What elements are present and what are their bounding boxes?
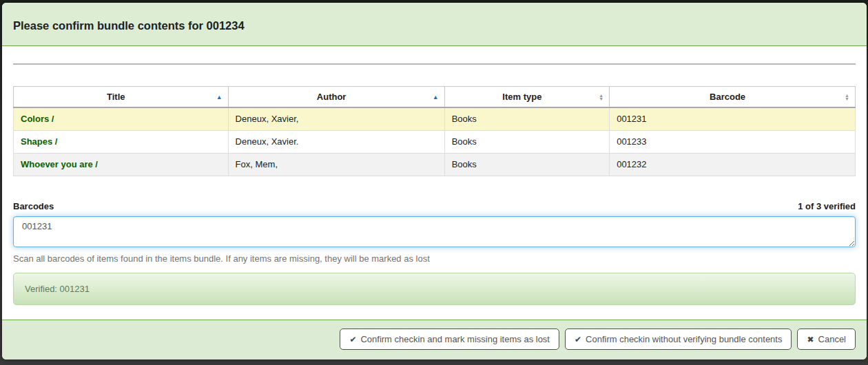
bundle-items-table: Title ▲ Author ▲ Item type ▲▼ Barc — [13, 86, 856, 176]
column-header-item-type[interactable]: Item type ▲▼ — [444, 87, 610, 108]
modal-header: Please confirm bundle contents for 00123… — [2, 3, 867, 46]
barcodes-input[interactable]: 001231 — [13, 216, 856, 247]
table-row: Shapes / Deneux, Xavier. Books 001233 — [14, 130, 856, 153]
cancel-button[interactable]: ✖ Cancel — [797, 328, 856, 350]
author-cell: Deneux, Xavier, — [228, 107, 444, 130]
barcodes-label: Barcodes — [13, 201, 54, 211]
sort-ascending-icon: ▲ — [433, 95, 439, 98]
sort-both-icon: ▲▼ — [599, 94, 603, 101]
column-header-title[interactable]: Title ▲ — [14, 87, 229, 108]
modal-title: Please confirm bundle contents for 00123… — [13, 19, 856, 32]
cancel-icon: ✖ — [807, 335, 814, 344]
modal-body: Title ▲ Author ▲ Item type ▲▼ Barc — [2, 46, 867, 320]
modal-footer: ✔ Confirm checkin and mark missing items… — [2, 320, 867, 359]
button-label: Confirm checkin without verifying bundle… — [586, 334, 782, 344]
verified-alert: Verified: 001231 — [13, 273, 856, 305]
column-header-label: Author — [317, 92, 347, 102]
title-link[interactable]: Whoever you are / — [21, 159, 98, 169]
title-link[interactable]: Colors / — [21, 114, 54, 124]
column-header-label: Item type — [502, 92, 541, 102]
item-type-cell: Books — [444, 153, 610, 176]
table-row: Colors / Deneux, Xavier, Books 001231 — [14, 107, 856, 130]
item-type-cell: Books — [444, 130, 610, 153]
barcode-cell: 001233 — [610, 130, 856, 153]
confirm-bundle-modal: Please confirm bundle contents for 00123… — [2, 3, 867, 359]
column-header-author[interactable]: Author ▲ — [228, 87, 444, 108]
divider — [13, 63, 856, 65]
button-label: Confirm checkin and mark missing items a… — [360, 334, 550, 344]
column-header-label: Barcode — [710, 92, 745, 102]
title-cell: Whoever you are / — [14, 153, 229, 176]
title-cell: Shapes / — [14, 130, 229, 153]
title-cell: Colors / — [14, 107, 229, 130]
title-link[interactable]: Shapes / — [21, 136, 57, 147]
sort-ascending-icon: ▲ — [216, 95, 223, 98]
verified-count: 1 of 3 verified — [798, 201, 856, 211]
author-cell: Deneux, Xavier. — [228, 130, 444, 153]
check-icon: ✔ — [349, 335, 356, 344]
column-header-barcode[interactable]: Barcode ▲▼ — [610, 87, 856, 108]
table-row: Whoever you are / Fox, Mem, Books 001232 — [14, 153, 856, 176]
table-header-row: Title ▲ Author ▲ Item type ▲▼ Barc — [14, 87, 856, 108]
button-label: Cancel — [818, 334, 846, 344]
sort-both-icon: ▲▼ — [845, 94, 849, 101]
confirm-without-verify-button[interactable]: ✔ Confirm checkin without verifying bund… — [565, 328, 792, 350]
barcodes-hint: Scan all barcodes of items found in the … — [13, 253, 856, 264]
check-icon: ✔ — [575, 335, 581, 344]
confirm-mark-lost-button[interactable]: ✔ Confirm checkin and mark missing items… — [340, 328, 559, 350]
column-header-label: Title — [107, 92, 125, 102]
barcode-cell: 001232 — [610, 153, 856, 176]
author-cell: Fox, Mem, — [228, 153, 444, 176]
item-type-cell: Books — [444, 107, 610, 130]
barcode-cell: 001231 — [610, 107, 856, 130]
modal-backdrop: { "modal": { "title": "Please confirm bu… — [0, 0, 868, 365]
